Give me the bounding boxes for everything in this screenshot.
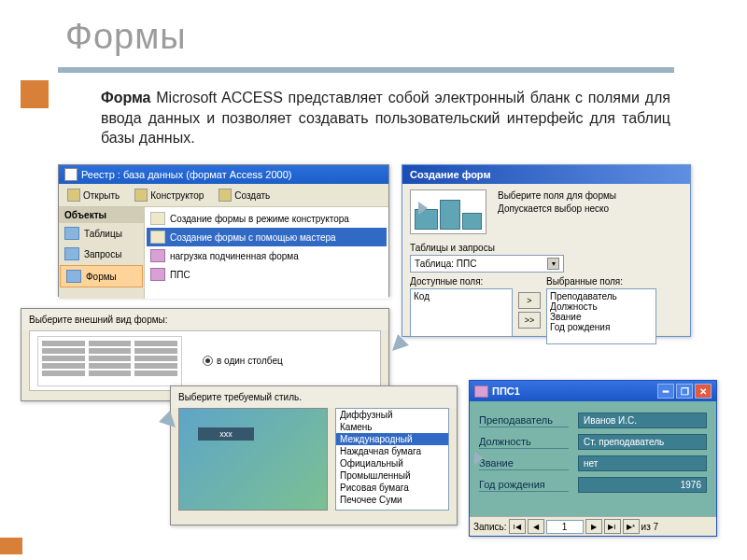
list-item-pps[interactable]: ППС xyxy=(147,265,387,284)
style-item[interactable]: Промышленный xyxy=(336,469,448,482)
create-button[interactable]: Создать xyxy=(214,187,275,203)
db-title-text: Реестр : база данных (формат Access 2000… xyxy=(81,169,291,180)
db-toolbar: Открыть Конструктор Создать xyxy=(59,184,388,207)
sidebar-header: Объекты xyxy=(59,207,144,223)
preview-caption: xxx xyxy=(198,427,254,441)
move-all-right-button[interactable]: >> xyxy=(518,312,541,329)
design-label: Конструктор xyxy=(150,190,204,201)
nav-next-button[interactable]: ▶ xyxy=(585,519,602,534)
sidebar-queries-label: Запросы xyxy=(84,249,121,259)
sidebar-forms[interactable]: Формы xyxy=(60,265,143,287)
forms-icon xyxy=(66,270,81,283)
layout-option-column[interactable]: в один столбец xyxy=(203,356,283,366)
nav-first-button[interactable]: I◀ xyxy=(509,519,526,534)
wizard-icon xyxy=(150,212,165,225)
result-form-window: ППС1 ━ ❐ ✕ ПреподавательИванов И.С. Долж… xyxy=(469,380,717,537)
style-item-selected[interactable]: Международный xyxy=(336,433,448,445)
tables-combo[interactable]: Таблица: ППС ▾ xyxy=(410,255,564,273)
field-label: Год рождения xyxy=(479,479,569,492)
wizard-icon xyxy=(150,231,165,244)
list-item-design[interactable]: Создание формы в режиме конструктора xyxy=(147,209,387,228)
wizard-illustration xyxy=(410,189,486,234)
slide-description: Форма Microsoft ACCESS представляет собо… xyxy=(101,88,670,148)
record-navigator: Запись: I◀ ◀ 1 ▶ ▶I ▶* из 7 xyxy=(470,516,716,536)
selected-label: Выбранные поля: xyxy=(546,276,656,287)
move-right-button[interactable]: > xyxy=(518,292,541,309)
field-label: Преподаватель xyxy=(479,414,569,427)
maximize-button[interactable]: ❐ xyxy=(676,384,693,399)
field-value[interactable]: Иванов И.С. xyxy=(578,413,707,428)
field-value[interactable]: Ст. преподаватель xyxy=(578,434,707,450)
list-item-wizard[interactable]: Создание формы с помощью мастера xyxy=(147,228,387,246)
field-item[interactable]: Преподаватель xyxy=(550,291,653,301)
sidebar-forms-label: Формы xyxy=(86,272,117,282)
list-item-label: Создание формы в режиме конструктора xyxy=(170,214,349,224)
style-label: Выберите требуемый стиль. xyxy=(171,386,457,408)
field-item[interactable]: Должность xyxy=(550,301,653,312)
field-value[interactable]: 1976 xyxy=(578,477,707,493)
list-item-label: нагрузка подчиненная форма xyxy=(170,251,299,261)
sidebar-tables-label: Таблицы xyxy=(84,229,122,239)
field-item[interactable]: Звание xyxy=(550,312,653,322)
db-list: Создание формы в режиме конструктора Соз… xyxy=(145,207,388,299)
open-icon xyxy=(67,189,80,202)
close-button[interactable]: ✕ xyxy=(695,384,712,399)
wizard-prompt: Выберите поля для формы Допускается выбо… xyxy=(498,189,683,216)
field-item[interactable]: Код xyxy=(414,291,509,301)
field-label: Звание xyxy=(479,457,569,470)
selected-fields-list[interactable]: Преподаватель Должность Звание Год рожде… xyxy=(546,288,656,344)
field-label: Должность xyxy=(479,436,569,449)
form-titlebar: ППС1 ━ ❐ ✕ xyxy=(470,381,716,401)
db-sidebar: Объекты Таблицы Запросы Формы xyxy=(59,207,145,299)
field-item[interactable]: Год рождения xyxy=(550,322,653,332)
style-item[interactable]: Диффузный xyxy=(336,409,448,421)
combo-value: Таблица: ППС xyxy=(415,259,476,269)
title-underline xyxy=(58,67,674,73)
nav-current-input[interactable]: 1 xyxy=(546,520,584,534)
style-item[interactable]: Официальный xyxy=(336,457,448,469)
open-button[interactable]: Открыть xyxy=(63,187,124,203)
title-accent-square xyxy=(21,80,49,108)
sidebar-queries[interactable]: Запросы xyxy=(59,244,144,264)
db-window: Реестр : база данных (формат Access 2000… xyxy=(58,164,389,297)
db-titlebar: Реестр : база данных (формат Access 2000… xyxy=(59,165,388,184)
style-chooser: Выберите требуемый стиль. xxx Диффузный … xyxy=(170,385,458,525)
form-icon xyxy=(150,268,165,281)
chevron-down-icon: ▾ xyxy=(547,258,559,270)
radio-icon xyxy=(203,356,213,366)
list-item-subform[interactable]: нагрузка подчиненная форма xyxy=(147,246,387,265)
form-wizard-window: Создание форм Выберите поля для формы До… xyxy=(402,164,691,337)
open-label: Открыть xyxy=(83,190,120,201)
wizard-prompt-2: Допускается выбор неско xyxy=(498,203,683,216)
form-icon xyxy=(474,385,488,398)
list-item-label: ППС xyxy=(170,270,190,280)
layout-preview xyxy=(37,336,182,386)
nav-last-button[interactable]: ▶I xyxy=(604,519,621,534)
field-value[interactable]: нет xyxy=(578,455,707,471)
available-fields-list[interactable]: Код xyxy=(410,288,513,337)
style-item[interactable]: Печочее Суми xyxy=(336,494,448,506)
style-list[interactable]: Диффузный Камень Международный Наждачная… xyxy=(335,408,449,511)
design-icon xyxy=(134,189,148,202)
desc-product: Microsoft ACCESS xyxy=(156,90,288,105)
tables-label: Таблицы и запросы xyxy=(410,240,683,255)
db-icon xyxy=(64,168,78,181)
style-item[interactable]: Камень xyxy=(336,421,448,433)
minimize-button[interactable]: ━ xyxy=(657,384,674,399)
sidebar-tables[interactable]: Таблицы xyxy=(59,223,144,244)
desc-lead: Форма xyxy=(101,90,156,105)
style-preview: xxx xyxy=(178,408,328,511)
form-title-text: ППС1 xyxy=(492,385,520,397)
style-item[interactable]: Наждачная бумага xyxy=(336,445,448,457)
nav-new-button[interactable]: ▶* xyxy=(623,519,640,534)
layout-label: Выберите внешний вид формы: xyxy=(21,309,388,330)
nav-prev-button[interactable]: ◀ xyxy=(528,519,544,534)
create-label: Создать xyxy=(234,190,270,201)
slide-title: Формы xyxy=(0,0,747,61)
create-icon xyxy=(218,189,232,202)
design-button[interactable]: Конструктор xyxy=(130,187,208,203)
list-item-label: Создание формы с помощью мастера xyxy=(170,232,336,243)
style-item[interactable]: Рисовая бумага xyxy=(336,482,448,494)
layout-option-label: в один столбец xyxy=(217,356,283,366)
wizard-prompt-1: Выберите поля для формы xyxy=(498,189,683,203)
